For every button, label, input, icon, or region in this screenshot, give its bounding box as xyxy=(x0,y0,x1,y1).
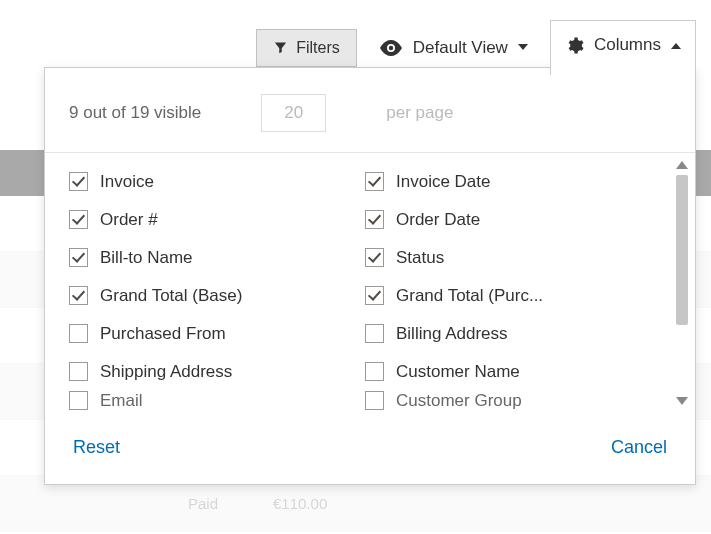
column-option[interactable]: Customer Name xyxy=(365,353,661,391)
column-option[interactable]: Email xyxy=(69,391,365,413)
gear-icon xyxy=(565,36,584,55)
column-option[interactable]: Order Date xyxy=(365,201,661,239)
column-option[interactable]: Billing Address xyxy=(365,315,661,353)
column-option-label: Invoice Date xyxy=(396,172,491,192)
column-option[interactable]: Invoice xyxy=(69,163,365,201)
reset-button[interactable]: Reset xyxy=(73,437,120,458)
column-option-label: Order # xyxy=(100,210,158,230)
per-page-value[interactable]: 20 xyxy=(261,94,326,132)
checkbox[interactable] xyxy=(365,248,384,267)
column-option[interactable]: Bill-to Name xyxy=(69,239,365,277)
visible-columns-counter: 9 out of 19 visible xyxy=(69,103,201,123)
svg-point-0 xyxy=(389,45,393,49)
checkbox[interactable] xyxy=(69,172,88,191)
column-option-label: Order Date xyxy=(396,210,480,230)
per-page-label: per page xyxy=(386,103,453,123)
column-option-label: Grand Total (Purc... xyxy=(396,286,543,306)
column-option[interactable]: Invoice Date xyxy=(365,163,661,201)
chevron-down-icon xyxy=(518,44,528,51)
scroll-down-icon[interactable] xyxy=(676,397,688,405)
chevron-up-icon xyxy=(671,42,681,49)
column-option[interactable]: Purchased From xyxy=(69,315,365,353)
columns-dropdown-footer: Reset Cancel xyxy=(45,413,695,484)
checkbox[interactable] xyxy=(69,362,88,381)
scroll-thumb[interactable] xyxy=(676,175,688,325)
checkbox[interactable] xyxy=(69,286,88,305)
column-option-label: Customer Name xyxy=(396,362,520,382)
columns-toggle[interactable]: Columns xyxy=(550,20,696,75)
eye-icon xyxy=(379,40,403,56)
column-option-label: Shipping Address xyxy=(100,362,232,382)
columns-label: Columns xyxy=(594,35,661,55)
filters-button[interactable]: Filters xyxy=(256,29,357,67)
funnel-icon xyxy=(273,40,288,55)
checkbox[interactable] xyxy=(365,391,384,410)
columns-scrollbar[interactable] xyxy=(673,157,691,409)
checkbox[interactable] xyxy=(365,362,384,381)
column-option-label: Grand Total (Base) xyxy=(100,286,242,306)
column-option-label: Bill-to Name xyxy=(100,248,193,268)
column-option[interactable]: Grand Total (Purc... xyxy=(365,277,661,315)
checkbox[interactable] xyxy=(69,391,88,410)
column-option[interactable]: Shipping Address xyxy=(69,353,365,391)
column-option[interactable]: Grand Total (Base) xyxy=(69,277,365,315)
column-option-label: Email xyxy=(100,391,143,411)
checkbox[interactable] xyxy=(365,172,384,191)
column-option-label: Purchased From xyxy=(100,324,226,344)
column-option-label: Status xyxy=(396,248,444,268)
checkbox[interactable] xyxy=(69,248,88,267)
filters-label: Filters xyxy=(296,39,340,57)
scroll-up-icon[interactable] xyxy=(676,161,688,169)
column-option-label: Billing Address xyxy=(396,324,508,344)
column-option[interactable]: Customer Group xyxy=(365,391,661,413)
columns-dropdown: 9 out of 19 visible 20 per page InvoiceO… xyxy=(44,67,696,485)
columns-list: InvoiceOrder #Bill-to NameGrand Total (B… xyxy=(45,153,695,413)
cancel-button[interactable]: Cancel xyxy=(611,437,667,458)
view-label: Default View xyxy=(413,38,508,58)
column-option[interactable]: Status xyxy=(365,239,661,277)
view-selector[interactable]: Default View xyxy=(379,38,528,58)
column-option-label: Invoice xyxy=(100,172,154,192)
checkbox[interactable] xyxy=(365,286,384,305)
checkbox[interactable] xyxy=(365,324,384,343)
checkbox[interactable] xyxy=(69,210,88,229)
checkbox[interactable] xyxy=(69,324,88,343)
column-option[interactable]: Order # xyxy=(69,201,365,239)
checkbox[interactable] xyxy=(365,210,384,229)
columns-dropdown-header: 9 out of 19 visible 20 per page xyxy=(45,68,695,153)
column-option-label: Customer Group xyxy=(396,391,522,411)
